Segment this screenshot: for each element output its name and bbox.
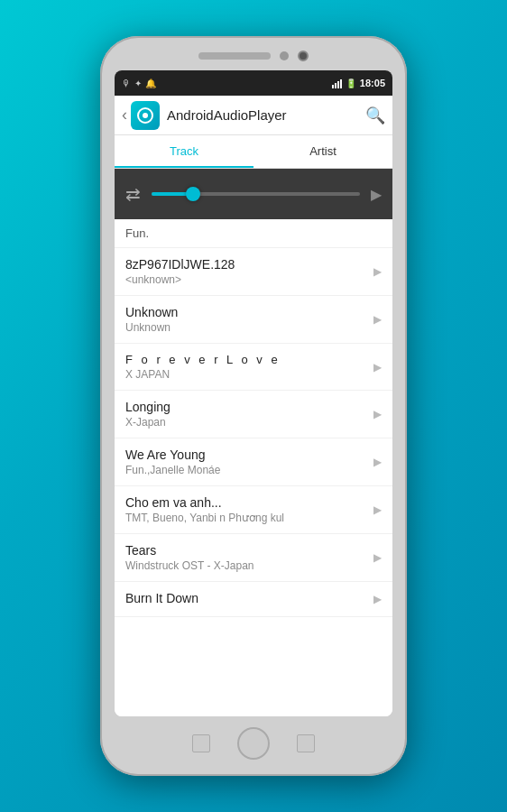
track-info: Longing X-Japan: [125, 400, 366, 429]
track-arrow: ▶: [373, 361, 382, 374]
back-button[interactable]: ‹: [122, 106, 127, 125]
progress-thumb[interactable]: [186, 187, 200, 201]
tabs-bar: Track Artist: [115, 135, 392, 169]
bluetooth-icon: ✦: [134, 78, 142, 88]
track-title: Unknown: [125, 305, 366, 319]
tab-artist[interactable]: Artist: [254, 135, 392, 168]
app-title: AndroidAudioPlayer: [167, 107, 365, 123]
track-title: Tears: [125, 543, 366, 558]
track-info: Cho em va anh... TMT, Bueno, Yanbi n Phư…: [125, 495, 366, 524]
seekbar-row: ⇄ ▶: [115, 169, 392, 219]
phone-top-bar: [115, 51, 392, 61]
track-artist: X-Japan: [125, 416, 366, 429]
track-artist: X JAPAN: [125, 368, 366, 381]
app-toolbar: ‹ AndroidAudioPlayer 🔍: [115, 96, 392, 135]
track-artist: Windstruck OST - X-Japan: [125, 559, 366, 572]
track-arrow: ▶: [373, 265, 382, 278]
alarm-icon: 🔔: [145, 78, 156, 88]
list-item[interactable]: 8zP967IDlJWE.128 <unknown> ▶: [115, 248, 392, 296]
status-bar: 🎙 ✦ 🔔 🔋 18:05: [115, 70, 392, 96]
track-title: Cho em va anh...: [125, 495, 366, 510]
track-info: Unknown Unknown: [125, 305, 366, 334]
track-arrow: ▶: [373, 503, 382, 516]
list-item[interactable]: F o r e v e r L o v e X JAPAN ▶: [115, 344, 392, 391]
list-item[interactable]: We Are Young Fun.,Janelle Monáe ▶: [115, 438, 392, 486]
list-item[interactable]: Burn It Down ▶: [115, 582, 392, 617]
back-nav-button[interactable]: [192, 734, 210, 752]
signal-bar-3: [337, 81, 339, 88]
track-arrow: ▶: [373, 593, 382, 605]
phone-frame: 🎙 ✦ 🔔 🔋 18:05 ‹ AndroidAudioPla: [100, 36, 407, 776]
track-title: We Are Young: [125, 448, 366, 462]
track-artist: TMT, Bueno, Yanbi n Phương kul: [125, 512, 366, 524]
track-info: We Are Young Fun.,Janelle Monáe: [125, 448, 366, 476]
tab-track[interactable]: Track: [115, 135, 254, 168]
status-time: 18:05: [360, 78, 385, 88]
track-list: Fun. 8zP967IDlJWE.128 <unknown> ▶ Unknow…: [115, 219, 392, 716]
signal-bar-2: [335, 83, 336, 88]
more-icon[interactable]: ▶: [371, 186, 382, 203]
signal-bar-4: [340, 79, 342, 88]
track-info: F o r e v e r L o v e X JAPAN: [125, 353, 366, 381]
speaker-grille: [198, 52, 271, 60]
track-title: F o r e v e r L o v e: [125, 353, 366, 366]
status-icons-right: 🔋 18:05: [332, 78, 385, 88]
track-arrow: ▶: [373, 551, 382, 564]
shuffle-icon[interactable]: ⇄: [125, 183, 141, 205]
status-icons-left: 🎙 ✦ 🔔: [122, 78, 156, 88]
track-arrow: ▶: [373, 408, 382, 420]
list-item[interactable]: Longing X-Japan ▶: [115, 391, 392, 438]
track-title: Longing: [125, 400, 366, 414]
track-info: Tears Windstruck OST - X-Japan: [125, 543, 366, 572]
track-title: Burn It Down: [125, 591, 366, 605]
track-info: Burn It Down: [125, 591, 366, 607]
list-item[interactable]: Tears Windstruck OST - X-Japan ▶: [115, 534, 392, 582]
front-camera: [298, 51, 309, 61]
phone-bottom-nav: [192, 725, 315, 761]
signal-bar-1: [332, 85, 334, 88]
track-arrow: ▶: [373, 456, 382, 468]
mic-icon: 🎙: [122, 78, 131, 88]
home-button[interactable]: [237, 727, 270, 760]
signal-bars: [332, 78, 342, 88]
track-arrow: ▶: [373, 313, 382, 326]
battery-icon: 🔋: [346, 78, 356, 88]
track-artist: Fun.,Janelle Monáe: [125, 464, 366, 476]
phone-screen: 🎙 ✦ 🔔 🔋 18:05 ‹ AndroidAudioPla: [115, 70, 392, 716]
dot-sensor: [280, 51, 289, 60]
track-title: 8zP967IDlJWE.128: [125, 257, 366, 272]
app-icon: [131, 101, 160, 130]
section-label-fun: Fun.: [115, 219, 392, 248]
recent-nav-button[interactable]: [297, 734, 315, 752]
app-icon-inner: [137, 107, 153, 124]
progress-track[interactable]: [152, 192, 360, 196]
track-artist: Unknown: [125, 321, 366, 334]
track-info: 8zP967IDlJWE.128 <unknown>: [125, 257, 366, 286]
list-item[interactable]: Cho em va anh... TMT, Bueno, Yanbi n Phư…: [115, 486, 392, 534]
list-item[interactable]: Unknown Unknown ▶: [115, 296, 392, 344]
search-icon[interactable]: 🔍: [365, 106, 385, 125]
track-artist: <unknown>: [125, 273, 366, 286]
